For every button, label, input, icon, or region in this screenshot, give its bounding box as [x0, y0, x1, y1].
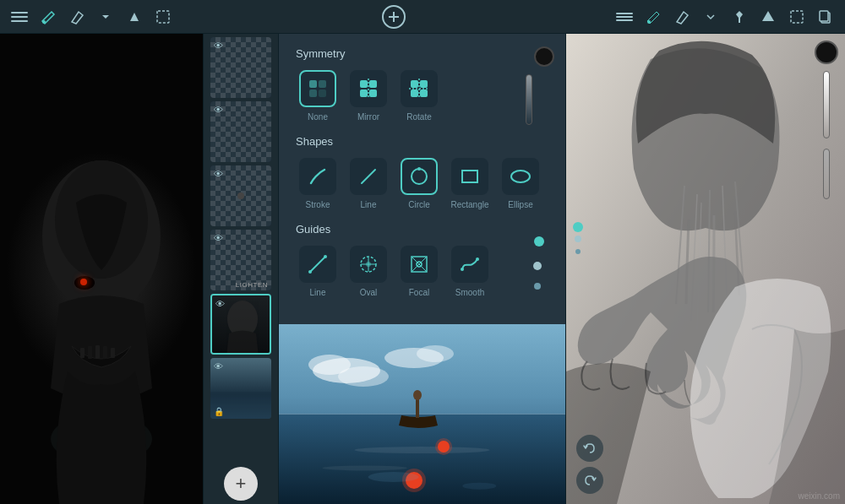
opacity-slider-center[interactable]	[526, 74, 532, 125]
brush-icon[interactable]	[37, 6, 59, 28]
layer-visibility-1[interactable]: 👁	[214, 41, 223, 51]
left-toolbar-group	[8, 6, 174, 28]
right-side-controls	[815, 41, 838, 199]
symmetry-none-label: None	[308, 112, 328, 122]
symmetry-rotate[interactable]: Rotate	[397, 70, 441, 122]
right-pin-icon[interactable]	[728, 6, 750, 28]
svg-rect-38	[420, 89, 428, 97]
figure-svg	[566, 34, 845, 504]
right-fill-icon[interactable]	[757, 6, 779, 28]
chevron-down-icon[interactable]	[95, 6, 117, 28]
guide-line-icon	[299, 246, 336, 283]
layer-visibility-3[interactable]: 👁	[214, 169, 223, 179]
svg-rect-4	[157, 11, 169, 23]
redo-icon	[582, 473, 597, 488]
shapes-tools-row: Stroke Line	[296, 158, 548, 209]
flow-dot[interactable]	[534, 283, 541, 290]
eraser-icon[interactable]	[66, 6, 88, 28]
menu-icon[interactable]	[8, 6, 30, 28]
canvas-dot-indicator-3[interactable]	[575, 249, 581, 254]
svg-point-10	[647, 20, 651, 24]
svg-rect-20	[95, 345, 100, 359]
layer-visibility-5[interactable]: 👁	[215, 299, 225, 309]
add-layer-button[interactable]: +	[224, 467, 258, 501]
shape-line-label: Line	[361, 200, 377, 209]
svg-rect-30	[360, 80, 368, 88]
svg-rect-44	[462, 171, 477, 182]
boat-scene	[279, 324, 565, 504]
color-picker-right[interactable]	[815, 41, 838, 64]
shape-rectangle[interactable]: Rectangle	[448, 158, 492, 209]
guide-line-label: Line	[310, 288, 326, 297]
layer-item-4[interactable]: 👁 LIGHTEN	[210, 230, 271, 290]
canvas-dot-indicator-2[interactable]	[575, 236, 581, 242]
shape-ellipse[interactable]: Ellipse	[499, 158, 542, 209]
creature-svg	[0, 34, 203, 504]
smudge-icon[interactable]	[123, 6, 145, 28]
main-toolbar	[0, 0, 845, 34]
symmetry-rotate-label: Rotate	[406, 112, 431, 122]
opacity-dot[interactable]	[533, 262, 542, 270]
add-canvas-button[interactable]	[382, 5, 406, 29]
layers-icon[interactable]	[613, 6, 635, 28]
circle-svg	[407, 165, 431, 188]
symmetry-tools-row: None Mirror	[296, 70, 548, 122]
redo-button[interactable]	[576, 467, 603, 494]
right-chevron-icon[interactable]	[700, 6, 722, 28]
guide-line[interactable]: Line	[296, 246, 340, 297]
paint-brush-icon[interactable]	[642, 6, 664, 28]
layers-panel: 👁 👁 👁 👁 LIGHTEN 👁	[203, 34, 279, 504]
color-picker-center[interactable]	[534, 46, 554, 67]
layer-item-2[interactable]: 👁	[210, 101, 271, 162]
guide-focal-icon	[401, 246, 438, 283]
guide-smooth[interactable]: Smooth	[448, 246, 492, 297]
svg-rect-18	[80, 348, 84, 358]
opacity-slider-right[interactable]	[823, 71, 830, 138]
oval-svg	[357, 252, 380, 276]
canvas-dot-indicator-1[interactable]	[573, 222, 583, 232]
svg-rect-35	[411, 80, 418, 88]
svg-rect-31	[369, 80, 377, 88]
shapes-title: Shapes	[296, 135, 548, 148]
layer-visibility-6[interactable]: 👁	[214, 361, 223, 371]
size-slider-right[interactable]	[823, 149, 830, 199]
symmetry-none[interactable]: None	[296, 70, 340, 122]
guide-smooth-icon	[451, 246, 488, 283]
svg-line-41	[362, 170, 375, 183]
brush-size-dot[interactable]	[534, 236, 544, 247]
svg-rect-14	[820, 11, 828, 21]
select-icon[interactable]	[152, 6, 174, 28]
guide-oval[interactable]: Oval	[346, 246, 390, 297]
left-canvas[interactable]	[0, 34, 203, 504]
right-select-icon[interactable]	[786, 6, 808, 28]
svg-point-62	[338, 366, 389, 387]
svg-point-64	[417, 345, 454, 362]
guide-focal[interactable]: Focal	[397, 246, 441, 297]
undo-button[interactable]	[576, 435, 603, 462]
shape-line[interactable]: Line	[346, 158, 390, 209]
svg-point-75	[368, 472, 419, 482]
shape-circle[interactable]: Circle	[397, 158, 441, 209]
right-eraser-icon[interactable]	[671, 6, 693, 28]
shape-stroke[interactable]: Stroke	[296, 158, 340, 209]
layer-item-5[interactable]: 👁	[210, 294, 271, 355]
svg-point-45	[511, 171, 530, 182]
svg-point-70	[413, 390, 422, 400]
undo-redo-group	[576, 435, 603, 494]
svg-rect-26	[309, 80, 317, 88]
layer-visibility-2[interactable]: 👁	[214, 105, 223, 115]
symmetry-title: Symmetry	[296, 47, 548, 60]
svg-rect-22	[111, 348, 115, 358]
layer-visibility-4[interactable]: 👁	[214, 233, 223, 243]
layer-label-4: LIGHTEN	[236, 281, 268, 289]
layer-item-6[interactable]: 👁 🔒	[210, 358, 271, 419]
symmetry-mirror[interactable]: Mirror	[346, 70, 390, 122]
layer-item-1[interactable]: 👁	[210, 37, 271, 98]
right-toolbar-group	[613, 6, 837, 28]
layer-item-3[interactable]: 👁	[210, 165, 271, 226]
symmetry-none-svg	[306, 77, 330, 100]
svg-point-47	[308, 270, 312, 274]
right-canvas: weixin.com	[566, 34, 845, 504]
right-copy-icon[interactable]	[815, 6, 837, 28]
shape-rectangle-icon	[451, 158, 488, 195]
